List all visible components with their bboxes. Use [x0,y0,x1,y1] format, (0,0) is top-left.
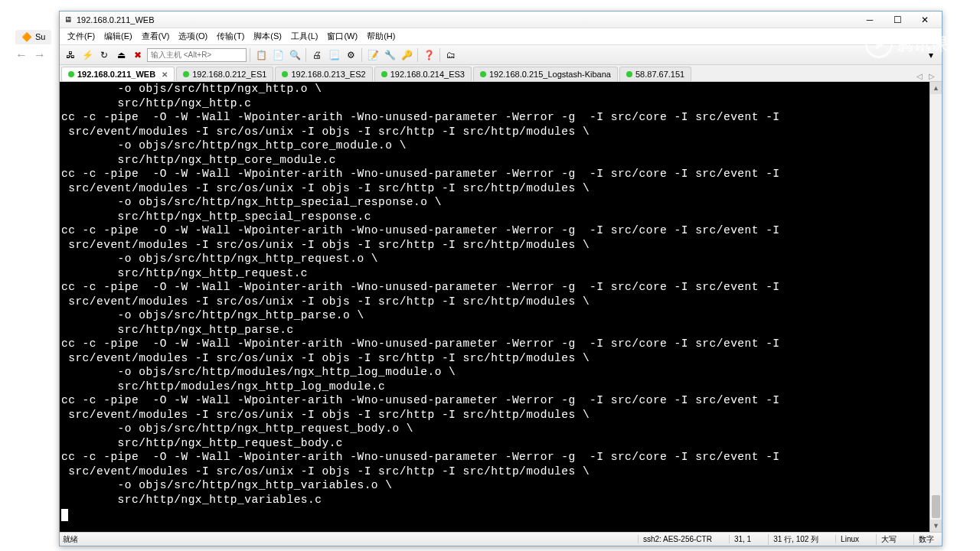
menu-edit[interactable]: 编辑(E) [100,29,137,44]
menu-window[interactable]: 窗口(W) [322,29,362,44]
tab-scroll-right-icon[interactable]: ▷ [926,70,937,81]
host-input[interactable] [147,48,247,62]
minimize-button[interactable]: ─ [856,13,884,27]
settings-icon[interactable]: 🔧 [382,47,397,63]
session-tab[interactable]: 192.168.0.211_WEB✕ [61,67,175,81]
help-icon[interactable]: ❓ [421,47,436,63]
status-cursor-pos: 31, 1 [729,535,756,543]
browser-tab[interactable]: 🔶 Su [15,30,51,44]
session-tab[interactable]: 192.168.0.213_ES2 [275,67,372,81]
scroll-up-icon[interactable]: ▲ [930,82,942,94]
watermark-play-icon [865,31,893,58]
tab-label: 192.168.0.214_ES3 [390,70,465,79]
browser-tab-favicon: 🔶 [21,32,32,42]
titlebar: 🖥 192.168.0.211_WEB ─ ☐ ✕ [60,11,942,28]
window-controls: ─ ☐ ✕ [856,13,939,27]
close-button[interactable]: ✕ [911,13,939,27]
tab-scroll-left-icon[interactable]: ◁ [914,70,925,81]
status-bar: 就绪 ssh2: AES-256-CTR 31, 1 31 行, 102 列 L… [60,532,942,546]
toolbar-separator [417,48,418,62]
toolbar-separator [305,48,306,62]
key-icon[interactable]: 🔑 [399,47,414,63]
tab-label: 192.168.0.215_Logstash-Kibana [489,70,611,79]
reconnect-icon[interactable]: ↻ [96,47,112,63]
menu-tools[interactable]: 工具(L) [286,29,322,44]
print-preview-icon[interactable]: 📃 [326,47,341,63]
browser-nav: ← → [15,48,46,62]
window-title: 192.168.0.211_WEB [77,15,856,24]
status-num: 数字 [913,534,939,545]
stop-icon[interactable]: ✖ [130,47,145,63]
toolbar: 🖧 ⚡ ↻ ⏏ ✖ 📋 📄 🔍 🖨 📃 ⚙ 📝 🔧 🔑 ❓ 🗂 ▾ [60,45,942,65]
toolbar-separator [361,48,362,62]
connection-status-icon [381,71,387,77]
paste-icon[interactable]: 📄 [270,47,286,63]
menu-file[interactable]: 文件(F) [63,29,100,44]
status-caps: 大写 [876,534,901,545]
connection-status-icon [183,71,189,77]
nav-back-icon[interactable]: ← [15,48,28,62]
tab-label: 192.168.0.211_WEB [77,70,155,79]
status-size: 31 行, 102 列 [768,534,823,545]
print-icon[interactable]: 🖨 [309,47,325,63]
session-tab[interactable]: 192.168.0.215_Logstash-Kibana [473,67,618,81]
browser-tab-label: Su [35,32,45,41]
vertical-scrollbar[interactable]: ▲ ▼ [929,82,942,532]
log-icon[interactable]: 📝 [365,47,381,63]
connection-status-icon [68,71,74,77]
find-icon[interactable]: 🔍 [287,47,302,63]
maximize-button[interactable]: ☐ [884,13,911,27]
connection-status-icon [282,71,288,77]
menu-view[interactable]: 查看(V) [137,29,175,44]
app-icon: 🖥 [63,15,74,25]
status-ready: 就绪 [63,534,78,545]
tab-label: 192.168.0.212_ES1 [192,70,266,79]
menu-bar: 文件(F) 编辑(E) 查看(V) 选项(O) 传输(T) 脚本(S) 工具(L… [60,28,942,45]
securecrt-window: 🖥 192.168.0.211_WEB ─ ☐ ✕ 文件(F) 编辑(E) 查看… [59,11,942,546]
session-tab[interactable]: 58.87.67.151 [619,67,691,81]
connection-status-icon [626,71,632,77]
menu-transfer[interactable]: 传输(T) [212,29,249,44]
menu-help[interactable]: 帮助(H) [362,29,400,44]
menu-script[interactable]: 脚本(S) [249,29,286,44]
session-tabbar: 192.168.0.211_WEB✕192.168.0.212_ES1192.1… [60,65,942,82]
tab-label: 192.168.0.213_ES2 [291,70,365,79]
session-tab[interactable]: 192.168.0.212_ES1 [176,67,273,81]
menu-options[interactable]: 选项(O) [174,29,212,44]
print-setup-icon[interactable]: ⚙ [343,47,358,63]
session-tab[interactable]: 192.168.0.214_ES3 [374,67,472,81]
connection-status-icon [480,71,486,77]
status-ssh: ssh2: AES-256-CTR [638,535,717,543]
connect-icon[interactable]: 🖧 [63,47,78,63]
session-icon[interactable]: 🗂 [443,47,459,63]
scroll-thumb[interactable] [932,495,940,518]
terminal[interactable]: -o objs/src/http/ngx_http.o \ src/http/n… [60,82,929,532]
toolbar-separator [250,48,250,62]
watermark: 腾讯课堂 [865,31,965,58]
status-os: Linux [835,535,864,543]
disconnect-icon[interactable]: ⏏ [113,47,129,63]
tab-label: 58.87.67.151 [635,70,684,79]
terminal-container: -o objs/src/http/ngx_http.o \ src/http/n… [60,82,942,532]
close-icon[interactable]: ✕ [162,70,168,79]
copy-icon[interactable]: 📋 [253,47,269,63]
scroll-down-icon[interactable]: ▼ [930,520,942,532]
quick-connect-icon[interactable]: ⚡ [80,47,95,63]
watermark-text: 腾讯课堂 [897,33,965,56]
nav-forward-icon[interactable]: → [34,48,46,62]
terminal-cursor [61,509,68,521]
toolbar-separator [439,48,440,62]
